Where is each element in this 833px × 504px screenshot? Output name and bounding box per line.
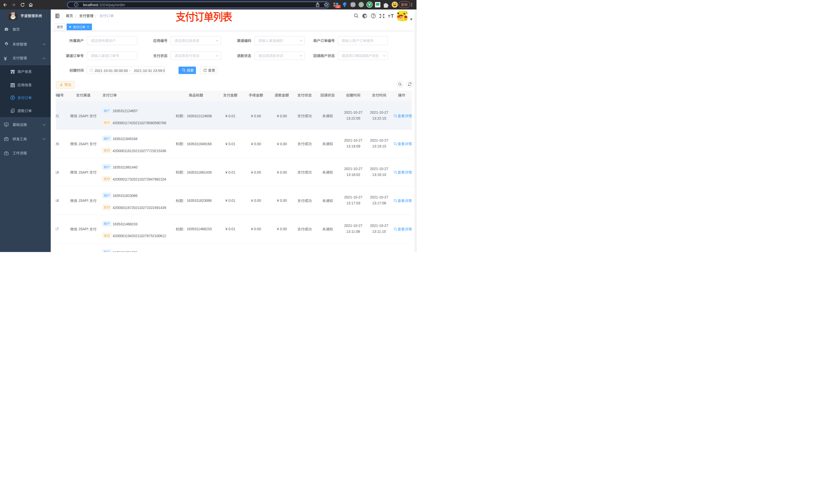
svg-text:10: 10 — [336, 5, 339, 8]
svg-text:¥: ¥ — [12, 96, 14, 99]
